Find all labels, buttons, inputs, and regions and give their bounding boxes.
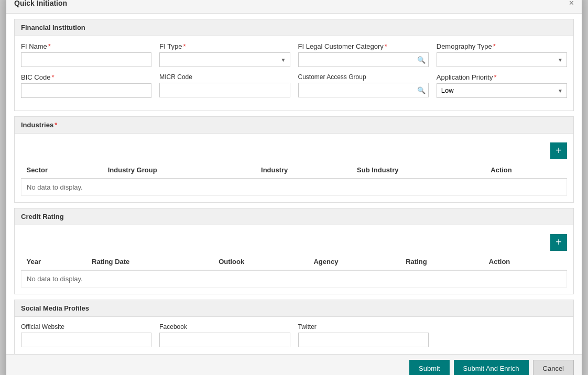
placeholder-group bbox=[437, 323, 567, 347]
customer-access-search-icon: 🔍 bbox=[417, 86, 426, 94]
fi-legal-required: * bbox=[385, 42, 387, 50]
fi-legal-group: FI Legal Customer Category* 🔍 bbox=[298, 42, 429, 67]
industries-table-body: No data to display. bbox=[21, 179, 567, 196]
fi-legal-label: FI Legal Customer Category* bbox=[298, 42, 429, 50]
submit-button[interactable]: Submit bbox=[409, 360, 449, 376]
social-media-section: Social Media Profiles Official Website F… bbox=[14, 300, 574, 354]
industries-col-industry-group: Industry Group bbox=[103, 162, 256, 179]
customer-access-group: Customer Access Group 🔍 bbox=[298, 73, 429, 98]
credit-col-agency: Agency bbox=[308, 253, 400, 270]
credit-rating-toolbar: + bbox=[21, 231, 567, 253]
industries-section: Industries* + Sector Industry Group Indu… bbox=[14, 116, 574, 203]
bic-required: * bbox=[51, 73, 54, 81]
industries-section-body: + Sector Industry Group Industry Sub Ind… bbox=[15, 134, 573, 202]
credit-rating-no-data-cell: No data to display. bbox=[21, 270, 567, 288]
financial-institution-section: Financial Institution FI Name* FI Type* bbox=[14, 19, 574, 111]
fi-section-body: FI Name* FI Type* bbox=[15, 36, 573, 111]
bic-code-input[interactable] bbox=[21, 83, 151, 98]
social-media-section-header: Social Media Profiles bbox=[15, 300, 573, 317]
fi-name-input[interactable] bbox=[21, 52, 151, 67]
facebook-group: Facebook bbox=[159, 323, 290, 347]
social-media-row: Official Website Facebook Twitter bbox=[21, 323, 567, 347]
industries-table-head: Sector Industry Group Industry Sub Indus… bbox=[21, 162, 567, 179]
credit-col-rating-date: Rating Date bbox=[86, 253, 213, 270]
demography-select-wrap bbox=[437, 52, 567, 67]
cancel-button[interactable]: Cancel bbox=[533, 360, 574, 376]
add-industry-button[interactable]: + bbox=[550, 142, 567, 159]
credit-rating-no-data-row: No data to display. bbox=[21, 270, 567, 288]
demography-required: * bbox=[493, 42, 496, 50]
industries-header-row: Sector Industry Group Industry Sub Indus… bbox=[21, 162, 567, 179]
industries-col-industry: Industry bbox=[256, 162, 352, 179]
official-website-input[interactable] bbox=[21, 333, 151, 347]
social-media-section-body: Official Website Facebook Twitter bbox=[15, 317, 573, 354]
twitter-input[interactable] bbox=[298, 333, 429, 347]
demography-label: Demography Type* bbox=[437, 42, 567, 50]
fi-row-2: BIC Code* MICR Code Customer Access Grou… bbox=[21, 73, 567, 98]
fi-legal-search-icon: 🔍 bbox=[417, 56, 426, 63]
add-credit-rating-button[interactable]: + bbox=[550, 234, 567, 251]
app-priority-group: Application Priority* Low Medium High bbox=[437, 73, 567, 98]
industries-no-data-cell: No data to display. bbox=[21, 179, 567, 196]
fi-name-required: * bbox=[48, 42, 51, 50]
fi-type-select-wrap bbox=[159, 52, 290, 67]
micr-code-group: MICR Code bbox=[159, 73, 290, 98]
app-priority-select[interactable]: Low Medium High bbox=[437, 83, 567, 98]
customer-access-input[interactable] bbox=[298, 83, 429, 97]
credit-rating-table: Year Rating Date Outlook Agency Rating A… bbox=[21, 253, 567, 288]
credit-col-outlook: Outlook bbox=[213, 253, 308, 270]
modal-title: Quick Initiation bbox=[14, 0, 67, 7]
modal-overlay: Quick Initiation × Financial Institution… bbox=[0, 0, 588, 375]
app-priority-label: Application Priority* bbox=[437, 73, 567, 81]
app-priority-required: * bbox=[494, 73, 496, 81]
modal-header: Quick Initiation × bbox=[6, 0, 582, 14]
industries-col-sub-industry: Sub Industry bbox=[352, 162, 485, 179]
industries-table: Sector Industry Group Industry Sub Indus… bbox=[21, 162, 567, 196]
official-website-group: Official Website bbox=[21, 323, 151, 347]
credit-rating-section-body: + Year Rating Date Outlook Agency Rating… bbox=[15, 225, 573, 294]
industries-no-data-row: No data to display. bbox=[21, 179, 567, 196]
facebook-input[interactable] bbox=[159, 333, 290, 347]
app-priority-select-wrap: Low Medium High bbox=[437, 83, 567, 98]
micr-code-input[interactable] bbox=[159, 83, 290, 97]
credit-rating-header-row: Year Rating Date Outlook Agency Rating A… bbox=[21, 253, 567, 270]
bic-code-label: BIC Code* bbox=[21, 73, 151, 81]
industries-col-sector: Sector bbox=[21, 162, 103, 179]
credit-col-rating: Rating bbox=[400, 253, 484, 270]
modal-body: Financial Institution FI Name* FI Type* bbox=[6, 14, 582, 354]
fi-type-required: * bbox=[183, 42, 186, 50]
demography-group: Demography Type* bbox=[437, 42, 567, 67]
bic-code-group: BIC Code* bbox=[21, 73, 151, 98]
fi-name-group: FI Name* bbox=[21, 42, 151, 67]
credit-rating-table-head: Year Rating Date Outlook Agency Rating A… bbox=[21, 253, 567, 270]
demography-select[interactable] bbox=[437, 52, 567, 67]
credit-rating-table-body: No data to display. bbox=[21, 270, 567, 288]
credit-col-action: Action bbox=[484, 253, 567, 270]
fi-section-header: Financial Institution bbox=[15, 19, 573, 36]
submit-enrich-button[interactable]: Submit And Enrich bbox=[454, 360, 529, 376]
twitter-group: Twitter bbox=[298, 323, 429, 347]
industries-toolbar: + bbox=[21, 140, 567, 162]
fi-type-select[interactable] bbox=[159, 52, 290, 67]
customer-access-input-wrap: 🔍 bbox=[298, 83, 429, 97]
fi-type-label: FI Type* bbox=[159, 42, 290, 50]
industries-section-header: Industries* bbox=[15, 117, 573, 134]
official-website-label: Official Website bbox=[21, 323, 151, 330]
modal-footer: Submit Submit And Enrich Cancel bbox=[6, 354, 582, 376]
close-button[interactable]: × bbox=[569, 0, 574, 8]
micr-code-label: MICR Code bbox=[159, 73, 290, 81]
industries-col-action: Action bbox=[485, 162, 567, 179]
fi-legal-input[interactable] bbox=[298, 52, 429, 67]
twitter-label: Twitter bbox=[298, 323, 429, 330]
facebook-label: Facebook bbox=[159, 323, 290, 330]
fi-legal-input-wrap: 🔍 bbox=[298, 52, 429, 67]
customer-access-label: Customer Access Group bbox=[298, 73, 429, 81]
fi-name-label: FI Name* bbox=[21, 42, 151, 50]
fi-row-1: FI Name* FI Type* bbox=[21, 42, 567, 67]
modal-container: Quick Initiation × Financial Institution… bbox=[6, 0, 582, 375]
credit-col-year: Year bbox=[21, 253, 87, 270]
credit-rating-section: Credit Rating + Year Rating Date Outlook… bbox=[14, 208, 574, 294]
fi-type-group: FI Type* bbox=[159, 42, 290, 67]
credit-rating-section-header: Credit Rating bbox=[15, 208, 573, 225]
